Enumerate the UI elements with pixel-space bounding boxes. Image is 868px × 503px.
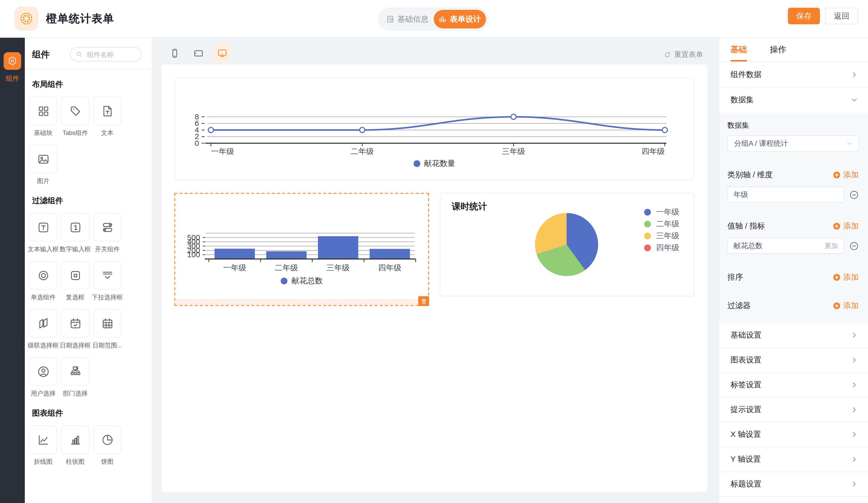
tab-actions[interactable]: 操作 (770, 44, 786, 55)
palette-item-label: 单选组件 (31, 293, 55, 302)
line-chart-legend[interactable]: 献花数量 (175, 159, 693, 168)
hexnut-icon (7, 56, 18, 66)
pie-chart-widget[interactable]: 课时统计 一年级二年级三年级四年级 (440, 193, 694, 296)
add-button[interactable]: 添加 (833, 273, 859, 282)
svg-text:三年级: 三年级 (327, 264, 350, 272)
add-button[interactable]: 添加 (833, 301, 859, 311)
pie-legend-item[interactable]: 三年级 (644, 233, 679, 239)
palette-section-title: 图表组件 (32, 408, 148, 418)
save-button[interactable]: 保存 (788, 8, 820, 24)
palette-card-pie-chart[interactable] (93, 425, 122, 454)
settings-row[interactable]: X 轴设置 (719, 422, 868, 447)
chevron-right-icon (851, 357, 858, 363)
dataset-select[interactable]: 分组A / 课程统计 (727, 135, 859, 152)
settings-row[interactable]: 提示设置 (719, 398, 868, 422)
org-icon (69, 365, 82, 378)
device-toggle-mobile[interactable] (166, 45, 183, 62)
palette-heading: 组件 (32, 48, 50, 60)
reset-form-button[interactable]: 重置表单 (664, 50, 703, 60)
pie-legend-item[interactable]: 二年级 (644, 221, 679, 227)
form-artboard[interactable]: 02468一年级二年级三年级四年级 献花数量 100200300400500一年… (162, 65, 707, 492)
palette-item: 单选组件 (29, 261, 58, 302)
property-inspector: 基础 操作 组件数据 数据集 数据集 分组A / 课程统计 (719, 38, 868, 503)
plus-circle-icon (833, 274, 840, 281)
add-label: 添加 (843, 221, 859, 231)
pie-legend-item[interactable]: 一年级 (644, 209, 679, 216)
dataset-panel: 数据集 分组A / 课程统计 类别轴 / 维度添加年级值轴 / 指标添加献花总数… (719, 113, 868, 323)
tab-basic-info[interactable]: 基础信息 (381, 10, 433, 29)
device-toggle-tablet[interactable] (190, 45, 207, 62)
settings-row[interactable]: 标签设置 (719, 373, 868, 398)
settings-row-label: X 轴设置 (731, 430, 761, 439)
chart-col-icon (439, 15, 447, 23)
palette-item: 复选框 (61, 261, 90, 302)
settings-row[interactable]: 标题设置 (719, 472, 868, 497)
palette-card-blocks[interactable] (29, 97, 58, 125)
search-input[interactable] (86, 50, 132, 59)
dataset-label: 数据集 (727, 121, 859, 130)
palette-card-org[interactable] (61, 357, 90, 386)
palette-item-label: 日期选择框 (60, 341, 91, 350)
chevron-right-icon (851, 456, 858, 463)
legend-marker (644, 245, 651, 251)
palette-card-bar-chart[interactable] (61, 425, 90, 454)
palette-card-switch[interactable] (93, 213, 122, 242)
svg-text:四年级: 四年级 (642, 147, 665, 155)
pie-legend-item[interactable]: 四年级 (644, 245, 679, 251)
svg-text:一年级: 一年级 (223, 264, 246, 272)
date-icon (69, 317, 82, 330)
palette-card-checkbox[interactable] (61, 261, 90, 289)
back-button[interactable]: 返回 (825, 8, 858, 24)
settings-row-label: 基础设置 (731, 330, 762, 340)
tab-basic[interactable]: 基础 (731, 44, 747, 55)
remove-field-button[interactable] (849, 190, 859, 199)
palette-card-tag[interactable] (61, 97, 90, 125)
dataset-field[interactable]: 年级 (727, 187, 844, 203)
chevron-right-icon (851, 71, 858, 78)
add-button[interactable]: 添加 (833, 221, 859, 231)
row-dataset[interactable]: 数据集 (719, 88, 868, 113)
settings-row[interactable]: 图例设置 (719, 497, 868, 503)
dataset-field[interactable]: 献花总数累加 (727, 238, 844, 254)
plus-circle-icon (833, 222, 840, 230)
row-component-data[interactable]: 组件数据 (719, 62, 868, 88)
settings-row[interactable]: Y 轴设置 (719, 447, 868, 472)
remove-field-button[interactable] (849, 241, 859, 250)
palette-card-input-number[interactable] (61, 213, 90, 242)
palette-card-radio[interactable] (29, 261, 58, 289)
palette-card-line-chart[interactable] (29, 425, 58, 454)
palette-card-user[interactable] (29, 357, 58, 386)
bar-chart-widget-selected[interactable]: 100200300400500一年级二年级三年级四年级 献花总数 (174, 193, 429, 306)
palette-section-grid: 折线图柱状图饼图 (29, 425, 148, 466)
tab-basic-info-label: 基础信息 (397, 14, 428, 24)
svg-text:三年级: 三年级 (502, 147, 525, 155)
device-toggle-desktop[interactable] (214, 45, 230, 62)
palette-card-date[interactable] (61, 309, 90, 338)
settings-row[interactable]: 图表设置 (719, 348, 868, 373)
tab-form-design[interactable]: 表单设计 (433, 10, 486, 29)
palette-card-select[interactable] (93, 261, 122, 289)
palette-card-image[interactable] (29, 145, 58, 173)
select-icon (101, 269, 114, 282)
components-button[interactable] (4, 52, 21, 70)
rail-item-label: 组件 (6, 74, 19, 83)
tab-form-design-label: 表单设计 (450, 14, 481, 24)
palette-card-cascade[interactable] (29, 309, 58, 338)
page-title: 橙单统计表单 (46, 11, 114, 26)
add-button[interactable]: 添加 (833, 170, 859, 180)
palette-card-date-range[interactable] (93, 309, 122, 338)
palette-card-doc-text[interactable] (93, 97, 122, 125)
line-chart-widget[interactable]: 02468一年级二年级三年级四年级 献花数量 (175, 78, 694, 180)
chevron-down-icon (851, 97, 858, 103)
settings-row[interactable]: 基础设置 (719, 323, 868, 348)
delete-widget-button[interactable] (418, 296, 429, 306)
dataset-group-label: 值轴 / 指标 (727, 221, 765, 231)
bar-chart-legend[interactable]: 献花总数 (176, 276, 427, 286)
legend-label: 四年级 (656, 243, 679, 253)
dataset-select-value: 分组A / 课程统计 (734, 139, 788, 148)
palette-card-input-text[interactable] (29, 213, 58, 242)
component-search[interactable] (70, 47, 142, 62)
rail-item-components[interactable]: 组件 (4, 52, 21, 83)
svg-text:四年级: 四年级 (378, 264, 401, 272)
palette-item-label: 部门选择 (63, 389, 87, 398)
